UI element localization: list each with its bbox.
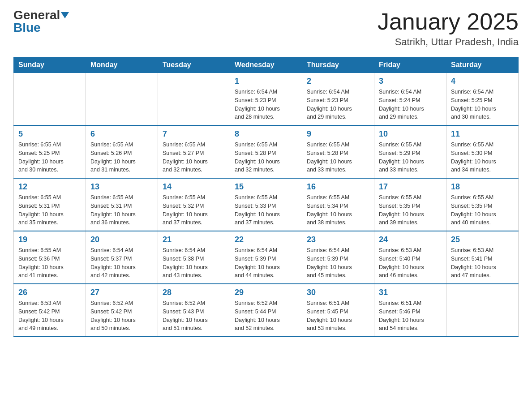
calendar-cell: 1Sunrise: 6:54 AMSunset: 5:23 PMDaylight… (230, 73, 302, 126)
week-row-2: 5Sunrise: 6:55 AMSunset: 5:25 PMDaylight… (14, 125, 519, 178)
day-number: 21 (163, 235, 225, 244)
calendar-title: January 2025 (378, 9, 519, 34)
day-number: 27 (90, 288, 153, 297)
calendar-cell: 9Sunrise: 6:55 AMSunset: 5:28 PMDaylight… (302, 125, 374, 178)
day-info: Sunrise: 6:54 AMSunset: 5:37 PMDaylight:… (90, 246, 153, 280)
day-info: Sunrise: 6:55 AMSunset: 5:28 PMDaylight:… (235, 141, 297, 174)
day-info: Sunrise: 6:53 AMSunset: 5:42 PMDaylight:… (18, 299, 81, 333)
day-number: 22 (235, 235, 297, 244)
calendar-cell (446, 284, 519, 337)
day-number: 19 (18, 235, 81, 244)
day-info: Sunrise: 6:53 AMSunset: 5:40 PMDaylight:… (379, 246, 442, 280)
day-number: 5 (18, 129, 81, 139)
week-row-3: 12Sunrise: 6:55 AMSunset: 5:31 PMDayligh… (14, 178, 519, 231)
day-info: Sunrise: 6:55 AMSunset: 5:26 PMDaylight:… (90, 141, 153, 174)
day-info: Sunrise: 6:55 AMSunset: 5:32 PMDaylight:… (163, 193, 225, 227)
day-number: 8 (235, 129, 297, 139)
day-info: Sunrise: 6:52 AMSunset: 5:44 PMDaylight:… (235, 299, 297, 333)
day-number: 13 (90, 182, 153, 192)
day-info: Sunrise: 6:55 AMSunset: 5:29 PMDaylight:… (379, 141, 442, 174)
day-info: Sunrise: 6:55 AMSunset: 5:35 PMDaylight:… (451, 193, 514, 227)
day-info: Sunrise: 6:55 AMSunset: 5:31 PMDaylight:… (90, 193, 153, 227)
calendar-cell: 14Sunrise: 6:55 AMSunset: 5:32 PMDayligh… (158, 178, 230, 231)
calendar-body: 1Sunrise: 6:54 AMSunset: 5:23 PMDaylight… (14, 73, 519, 337)
day-number: 1 (235, 77, 297, 86)
logo: General Blue (13, 9, 69, 34)
calendar-cell: 12Sunrise: 6:55 AMSunset: 5:31 PMDayligh… (14, 178, 86, 231)
day-info: Sunrise: 6:55 AMSunset: 5:36 PMDaylight:… (18, 246, 81, 280)
calendar-cell (14, 73, 86, 126)
logo-general-text: General (13, 9, 60, 21)
calendar-cell: 10Sunrise: 6:55 AMSunset: 5:29 PMDayligh… (374, 125, 446, 178)
day-info: Sunrise: 6:51 AMSunset: 5:46 PMDaylight:… (379, 299, 442, 333)
calendar-cell: 17Sunrise: 6:55 AMSunset: 5:35 PMDayligh… (374, 178, 446, 231)
col-tuesday: Tuesday (158, 57, 230, 73)
day-number: 29 (235, 288, 297, 297)
day-info: Sunrise: 6:52 AMSunset: 5:43 PMDaylight:… (163, 299, 225, 333)
calendar-cell: 18Sunrise: 6:55 AMSunset: 5:35 PMDayligh… (446, 178, 519, 231)
week-row-1: 1Sunrise: 6:54 AMSunset: 5:23 PMDaylight… (14, 73, 519, 126)
calendar-cell: 25Sunrise: 6:53 AMSunset: 5:41 PMDayligh… (446, 231, 519, 284)
col-sunday: Sunday (14, 57, 86, 73)
day-number: 17 (379, 182, 442, 192)
calendar-cell: 29Sunrise: 6:52 AMSunset: 5:44 PMDayligh… (230, 284, 302, 337)
calendar-cell: 6Sunrise: 6:55 AMSunset: 5:26 PMDaylight… (86, 125, 158, 178)
day-info: Sunrise: 6:51 AMSunset: 5:45 PMDaylight:… (307, 299, 369, 333)
day-info: Sunrise: 6:55 AMSunset: 5:30 PMDaylight:… (451, 141, 514, 174)
day-info: Sunrise: 6:55 AMSunset: 5:28 PMDaylight:… (307, 141, 369, 174)
col-thursday: Thursday (302, 57, 374, 73)
calendar-table: Sunday Monday Tuesday Wednesday Thursday… (13, 57, 519, 337)
day-number: 3 (379, 77, 442, 86)
day-number: 15 (235, 182, 297, 192)
calendar-cell (86, 73, 158, 126)
day-number: 9 (307, 129, 369, 139)
calendar-cell: 27Sunrise: 6:52 AMSunset: 5:42 PMDayligh… (86, 284, 158, 337)
day-info: Sunrise: 6:55 AMSunset: 5:34 PMDaylight:… (307, 193, 369, 227)
day-number: 26 (18, 288, 81, 297)
calendar-cell: 15Sunrise: 6:55 AMSunset: 5:33 PMDayligh… (230, 178, 302, 231)
col-wednesday: Wednesday (230, 57, 302, 73)
day-number: 25 (451, 235, 514, 244)
calendar-cell: 13Sunrise: 6:55 AMSunset: 5:31 PMDayligh… (86, 178, 158, 231)
calendar-cell: 21Sunrise: 6:54 AMSunset: 5:38 PMDayligh… (158, 231, 230, 284)
calendar-cell: 30Sunrise: 6:51 AMSunset: 5:45 PMDayligh… (302, 284, 374, 337)
day-number: 7 (163, 129, 225, 139)
col-friday: Friday (374, 57, 446, 73)
calendar-cell: 8Sunrise: 6:55 AMSunset: 5:28 PMDaylight… (230, 125, 302, 178)
day-number: 4 (451, 77, 514, 86)
day-number: 16 (307, 182, 369, 192)
day-number: 31 (379, 288, 442, 297)
calendar-cell (158, 73, 230, 126)
day-info: Sunrise: 6:55 AMSunset: 5:25 PMDaylight:… (18, 141, 81, 174)
calendar-cell: 22Sunrise: 6:54 AMSunset: 5:39 PMDayligh… (230, 231, 302, 284)
day-info: Sunrise: 6:55 AMSunset: 5:33 PMDaylight:… (235, 193, 297, 227)
day-info: Sunrise: 6:54 AMSunset: 5:39 PMDaylight:… (307, 246, 369, 280)
calendar-cell: 4Sunrise: 6:54 AMSunset: 5:25 PMDaylight… (446, 73, 519, 126)
calendar-cell: 26Sunrise: 6:53 AMSunset: 5:42 PMDayligh… (14, 284, 86, 337)
day-info: Sunrise: 6:54 AMSunset: 5:38 PMDaylight:… (163, 246, 225, 280)
calendar-cell: 2Sunrise: 6:54 AMSunset: 5:23 PMDaylight… (302, 73, 374, 126)
calendar-header: Sunday Monday Tuesday Wednesday Thursday… (14, 57, 519, 73)
day-info: Sunrise: 6:55 AMSunset: 5:35 PMDaylight:… (379, 193, 442, 227)
day-number: 23 (307, 235, 369, 244)
header-row: Sunday Monday Tuesday Wednesday Thursday… (14, 57, 519, 73)
day-number: 6 (90, 129, 153, 139)
day-info: Sunrise: 6:53 AMSunset: 5:41 PMDaylight:… (451, 246, 514, 280)
page-header: General Blue January 2025 Satrikh, Uttar… (13, 9, 519, 48)
day-info: Sunrise: 6:55 AMSunset: 5:27 PMDaylight:… (163, 141, 225, 174)
logo-triangle-icon (61, 12, 69, 18)
day-number: 11 (451, 129, 514, 139)
day-number: 12 (18, 182, 81, 192)
calendar-cell: 11Sunrise: 6:55 AMSunset: 5:30 PMDayligh… (446, 125, 519, 178)
day-info: Sunrise: 6:54 AMSunset: 5:24 PMDaylight:… (379, 88, 442, 121)
calendar-cell: 19Sunrise: 6:55 AMSunset: 5:36 PMDayligh… (14, 231, 86, 284)
title-block: January 2025 Satrikh, Uttar Pradesh, Ind… (378, 9, 519, 48)
calendar-cell: 3Sunrise: 6:54 AMSunset: 5:24 PMDaylight… (374, 73, 446, 126)
calendar-cell: 23Sunrise: 6:54 AMSunset: 5:39 PMDayligh… (302, 231, 374, 284)
calendar-cell: 7Sunrise: 6:55 AMSunset: 5:27 PMDaylight… (158, 125, 230, 178)
day-info: Sunrise: 6:54 AMSunset: 5:23 PMDaylight:… (307, 88, 369, 121)
day-number: 18 (451, 182, 514, 192)
col-monday: Monday (86, 57, 158, 73)
week-row-4: 19Sunrise: 6:55 AMSunset: 5:36 PMDayligh… (14, 231, 519, 284)
day-number: 24 (379, 235, 442, 244)
